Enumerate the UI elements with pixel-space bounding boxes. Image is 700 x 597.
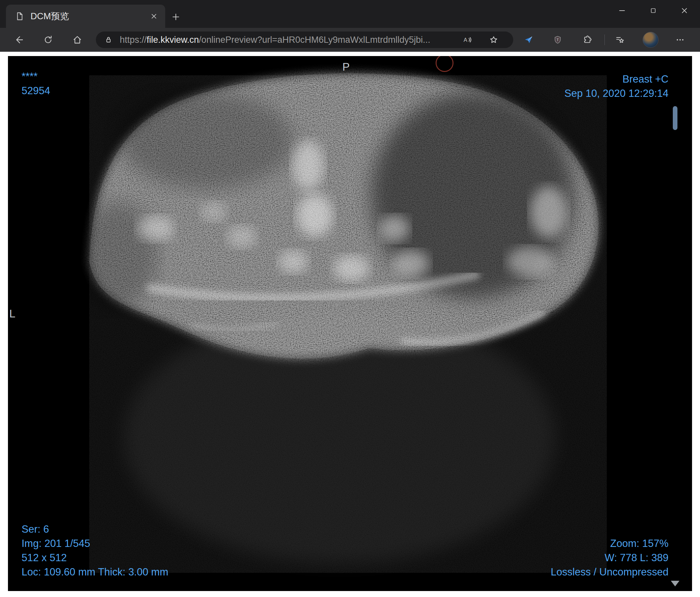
orientation-marker-left: L xyxy=(9,308,15,320)
mri-image[interactable] xyxy=(8,56,692,591)
window-controls xyxy=(606,0,700,28)
lock-icon[interactable] xyxy=(104,35,113,45)
address-bar[interactable]: https://file.kkview.cn/onlinePreview?url… xyxy=(96,31,513,48)
window-level: W: 778 L: 389 xyxy=(551,550,669,565)
zoom-level: Zoom: 157% xyxy=(551,536,669,550)
study-info-overlay: Breast +C Sep 10, 2020 12:29:14 xyxy=(564,72,669,101)
browser-window: DCM预览 xyxy=(0,0,700,597)
tab-strip: DCM预览 xyxy=(0,0,700,28)
shield-extension-icon[interactable]: T xyxy=(550,32,566,48)
image-matrix: 512 x 512 xyxy=(22,550,168,565)
study-description: Breast +C xyxy=(564,72,669,86)
scrollbar-thumb[interactable] xyxy=(673,106,677,130)
minimize-button[interactable] xyxy=(606,0,638,21)
scroll-down-arrow-icon[interactable] xyxy=(671,581,679,587)
svg-text:T: T xyxy=(557,38,559,42)
back-button[interactable] xyxy=(10,31,28,48)
close-window-button[interactable] xyxy=(669,0,700,21)
patient-info-overlay: **** 52954 xyxy=(22,69,50,98)
dicom-viewer[interactable]: **** 52954 Breast +C Sep 10, 2020 12:29:… xyxy=(8,56,692,591)
url-host: file.kkview.cn xyxy=(147,35,199,45)
compression-info: Lossless / Uncompressed xyxy=(551,565,669,579)
tab-title: DCM预览 xyxy=(30,10,147,22)
orientation-marker-posterior: P xyxy=(342,61,350,73)
patient-id-masked: **** xyxy=(22,69,50,84)
avatar[interactable] xyxy=(643,32,658,48)
image-number: Img: 201 1/545 xyxy=(22,536,168,550)
favorites-hub-icon[interactable] xyxy=(612,32,628,48)
display-info-overlay: Zoom: 157% W: 778 L: 389 Lossless / Unco… xyxy=(551,536,669,579)
svg-text:A: A xyxy=(464,37,467,43)
maximize-button[interactable] xyxy=(638,0,669,21)
patient-number: 52954 xyxy=(22,84,50,98)
document-icon xyxy=(15,11,25,21)
study-datetime: Sep 10, 2020 12:29:14 xyxy=(564,86,669,101)
blue-extension-icon[interactable] xyxy=(521,32,536,48)
favorite-star-icon[interactable] xyxy=(486,32,502,48)
url-text: https://file.kkview.cn/onlinePreview?url… xyxy=(120,35,430,45)
read-aloud-icon[interactable]: A xyxy=(459,32,475,48)
more-menu-icon[interactable] xyxy=(672,32,688,48)
url-scheme: https:// xyxy=(120,35,147,45)
browser-toolbar: https://file.kkview.cn/onlinePreview?url… xyxy=(0,28,700,52)
browser-tab[interactable]: DCM预览 xyxy=(6,5,165,28)
new-tab-button[interactable] xyxy=(168,9,184,25)
refresh-button[interactable] xyxy=(40,31,57,48)
tab-close-icon[interactable] xyxy=(147,9,161,24)
extensions-puzzle-icon[interactable] xyxy=(579,32,595,48)
series-info-overlay: Ser: 6 Img: 201 1/545 512 x 512 Loc: 109… xyxy=(22,522,168,579)
url-path: /onlinePreview?url=aHR0cHM6Ly9maWxlLmtrd… xyxy=(199,35,431,45)
home-button[interactable] xyxy=(69,31,86,48)
series-number: Ser: 6 xyxy=(22,522,168,536)
toolbar-divider xyxy=(604,34,605,45)
page-content: **** 52954 Breast +C Sep 10, 2020 12:29:… xyxy=(0,52,700,597)
slice-location-thickness: Loc: 109.60 mm Thick: 3.00 mm xyxy=(22,565,168,579)
